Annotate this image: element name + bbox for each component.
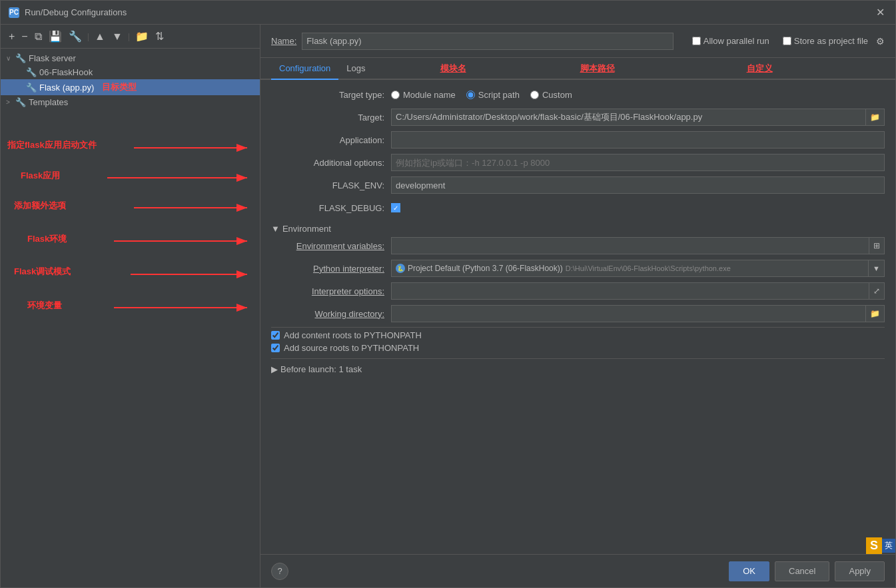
target-type-label: Target type: — [271, 90, 391, 100]
python-interp-area: 🐍 Project Default (Python 3.7 (06-FlaskH… — [391, 260, 885, 277]
radio-module-name[interactable]: Module name — [391, 90, 456, 100]
flask-debug-checkbox-area: ✓ — [391, 203, 400, 212]
left-toolbar: + − ⧉ 💾 🔧 | ▲ ▼ | 📁 ⇅ — [1, 25, 260, 49]
move-down-button[interactable]: ▼ — [109, 30, 125, 43]
source-roots-label: Add source roots to PYTHONPATH — [284, 343, 419, 353]
flask-env-input[interactable] — [391, 176, 885, 194]
python-interp-dropdown[interactable]: ▼ — [869, 260, 885, 277]
flask-env-row: FLASK_ENV: — [271, 176, 885, 194]
tree-item-flask-server[interactable]: ∨ 🔧 Flask server — [1, 51, 260, 65]
target-type-row: Target type: Module name Script path — [271, 85, 885, 104]
env-vars-input[interactable] — [391, 237, 869, 254]
parallel-label: Allow parallel run — [703, 36, 769, 46]
radio-module-name-label: Module name — [403, 90, 456, 100]
folder-button[interactable]: 📁 — [133, 30, 151, 43]
add-config-button[interactable]: + — [6, 30, 17, 43]
store-checkbox[interactable] — [783, 37, 791, 45]
col-module-header: 模块名 — [440, 63, 466, 75]
content-roots-checkbox[interactable] — [271, 331, 280, 340]
gear-icon[interactable]: ⚙ — [876, 36, 885, 47]
dialog-title: Run/Debug Configurations — [25, 7, 127, 17]
radio-script-path[interactable]: Script path — [466, 90, 520, 100]
run-debug-dialog: PC Run/Debug Configurations ✕ + − ⧉ 💾 🔧 … — [0, 0, 896, 588]
env-vars-input-area: ⊞ — [391, 237, 885, 254]
env-vars-edit-button[interactable]: ⊞ — [869, 237, 885, 254]
flask-apppy-label: Flask (app.py) — [39, 83, 94, 93]
tab-configuration[interactable]: Configuration — [271, 58, 338, 80]
apply-button[interactable]: Apply — [835, 561, 885, 581]
tree-area: ∨ 🔧 Flask server 🔧 06-FlaskHook 🔧 Flask — [1, 49, 260, 587]
ok-button[interactable]: OK — [729, 561, 769, 581]
app-icon: PC — [9, 7, 19, 18]
tabs-row: Configuration Logs 模块名 脚本路径 自定义 — [260, 58, 895, 80]
application-row: Application: — [271, 131, 885, 149]
environment-section: ▼ Environment Environment variables: ⊞ P… — [271, 221, 885, 323]
application-label: Application: — [271, 135, 391, 145]
close-button[interactable]: ✕ — [873, 5, 887, 20]
working-dir-input[interactable] — [391, 305, 866, 322]
title-bar: PC Run/Debug Configurations ✕ — [1, 1, 895, 25]
name-row: Name: Allow parallel run Store as projec… — [260, 25, 895, 58]
target-input[interactable] — [391, 109, 866, 126]
parallel-checkbox[interactable] — [692, 37, 701, 45]
radio-custom-label: Custom — [542, 90, 572, 100]
templates-chevron: > — [6, 99, 15, 106]
save-config-button[interactable]: 💾 — [46, 30, 65, 43]
interp-options-input[interactable] — [391, 282, 869, 300]
06-flaskhook-icon: 🔧 — [26, 67, 37, 77]
flask-debug-checked-box: ✓ — [391, 203, 400, 212]
main-area: + − ⧉ 💾 🔧 | ▲ ▼ | 📁 ⇅ ∨ 🔧 Flask server — [1, 25, 895, 587]
target-input-area: 📁 — [391, 109, 885, 126]
radio-custom-input[interactable] — [530, 91, 539, 99]
additional-options-input[interactable] — [391, 154, 885, 171]
name-input[interactable] — [302, 33, 673, 50]
bottom-bar: ? OK Cancel Apply — [260, 554, 895, 587]
env-vars-label: Environment variables: — [271, 241, 391, 251]
move-up-button[interactable]: ▲ — [92, 30, 108, 43]
tree-item-06-flaskhook[interactable]: 🔧 06-FlaskHook — [1, 65, 260, 79]
flask-debug-row: FLASK_DEBUG: ✓ — [271, 198, 885, 217]
cancel-button[interactable]: Cancel — [775, 561, 829, 581]
annotation-target-type: 目标类型 — [102, 81, 137, 93]
target-type-radio-group: Module name Script path Custom — [391, 90, 885, 100]
col-custom-header: 自定义 — [747, 63, 773, 75]
before-launch-row[interactable]: ▶ Before launch: 1 task — [271, 358, 885, 380]
source-roots-checkbox[interactable] — [271, 344, 280, 352]
config-content: Target type: Module name Script path — [260, 80, 895, 554]
env-vars-row: Environment variables: ⊞ — [271, 236, 885, 255]
env-section-header[interactable]: ▼ Environment — [271, 221, 885, 236]
content-roots-row: Add content roots to PYTHONPATH — [271, 330, 885, 340]
tree-item-templates[interactable]: > 🔧 Templates — [1, 95, 260, 109]
python-interp-display: 🐍 Project Default (Python 3.7 (06-FlaskH… — [391, 260, 869, 277]
content-roots-label: Add content roots to PYTHONPATH — [284, 330, 422, 340]
additional-options-label: Additional options: — [271, 158, 391, 168]
right-panel: Name: Allow parallel run Store as projec… — [260, 25, 895, 587]
tree-item-flask-apppy[interactable]: 🔧 Flask (app.py) 目标类型 — [1, 79, 260, 95]
application-input[interactable] — [391, 131, 885, 148]
radio-script-path-input[interactable] — [466, 91, 475, 99]
interp-options-expand[interactable]: ⤢ — [869, 282, 885, 300]
working-dir-row: Working directory: 📁 — [271, 304, 885, 323]
radio-custom[interactable]: Custom — [530, 90, 572, 100]
store-check-area: Store as project file — [783, 36, 868, 46]
templates-label: Templates — [29, 97, 68, 107]
tab-logs[interactable]: Logs — [338, 58, 373, 80]
col-script-header: 脚本路径 — [580, 63, 615, 75]
working-dir-browse[interactable]: 📁 — [866, 305, 885, 322]
remove-config-button[interactable]: − — [19, 30, 30, 43]
copy-config-button[interactable]: ⧉ — [32, 30, 45, 43]
help-button[interactable]: ? — [271, 563, 288, 580]
divider-1 — [271, 327, 885, 328]
radio-module-name-input[interactable] — [391, 91, 400, 99]
sort-button[interactable]: ⇅ — [153, 30, 167, 43]
interp-options-label: Interpreter options: — [271, 286, 391, 296]
target-browse-button[interactable]: 📁 — [866, 109, 885, 126]
chevron-icon: ∨ — [6, 55, 15, 62]
python-interp-row: Python interpreter: 🐍 Project Default (P… — [271, 259, 885, 278]
flask-debug-label: FLASK_DEBUG: — [271, 203, 391, 213]
parallel-check-area: Allow parallel run — [692, 36, 769, 46]
flask-server-icon: 🔧 — [15, 53, 26, 63]
env-section-chevron: ▼ — [271, 224, 280, 234]
wrench-button[interactable]: 🔧 — [66, 30, 85, 43]
name-label: Name: — [271, 36, 296, 46]
